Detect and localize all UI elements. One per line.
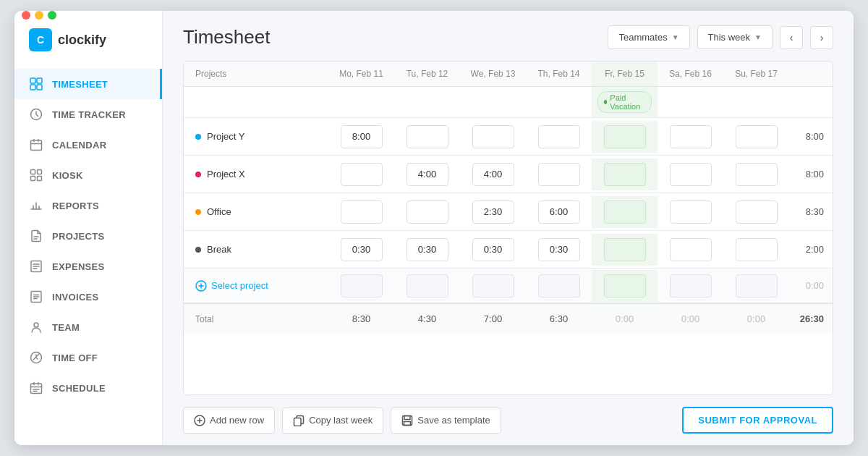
add-new-row-label: Add new row [210, 415, 264, 426]
office-tue [394, 196, 460, 228]
prev-week-button[interactable]: ‹ [780, 26, 803, 49]
bottom-bar: Add new row Copy last week [163, 407, 854, 445]
add-row-icon [194, 415, 205, 426]
project-y-mon-input[interactable] [341, 125, 383, 148]
project-y-thu [526, 121, 592, 153]
this-week-dropdown[interactable]: This week ▼ [697, 25, 773, 49]
select-mon [328, 270, 394, 302]
select-project-label: Select project [211, 280, 268, 291]
break-sat-input[interactable] [670, 238, 712, 261]
table-row-break: Break [184, 231, 833, 269]
sidebar-item-invoices[interactable]: INVOICES [14, 282, 162, 312]
maximize-button[interactable] [48, 11, 56, 20]
table-row-project-y: Project Y [184, 118, 833, 156]
sidebar-item-projects-label: PROJECTS [52, 231, 104, 242]
office-sun-input[interactable] [736, 200, 778, 224]
break-dot [195, 247, 201, 253]
this-week-label: This week [708, 32, 751, 43]
sidebar-item-time-off[interactable]: TIME OFF [14, 342, 162, 373]
sidebar-item-time-off-label: TIME OFF [52, 352, 98, 363]
logo-text: clockify [58, 33, 106, 48]
project-x-mon [328, 159, 394, 190]
col-mon: Mo, Feb 11 [328, 62, 394, 86]
project-y-thu-input[interactable] [538, 125, 580, 148]
save-as-template-button[interactable]: Save as template [391, 408, 501, 434]
sidebar-item-calendar[interactable]: CALENDAR [14, 130, 162, 160]
break-mon-input[interactable] [341, 238, 383, 261]
total-label: Total [184, 307, 328, 332]
break-thu-input[interactable] [538, 238, 580, 261]
office-wed-input[interactable] [472, 200, 514, 224]
project-x-tue-input[interactable] [407, 163, 448, 186]
project-x-sun-input[interactable] [736, 163, 778, 186]
project-x-dot [195, 172, 201, 177]
clock-icon [29, 107, 43, 122]
copy-last-week-button[interactable]: Copy last week [282, 408, 383, 434]
vacation-cell-empty-8 [789, 87, 833, 117]
sidebar-item-expenses[interactable]: EXPENSES [14, 251, 162, 282]
project-x-wed-input[interactable] [472, 163, 514, 186]
col-projects: Projects [184, 62, 328, 86]
submit-for-approval-button[interactable]: SUBMIT FOR APPROVAL [682, 407, 833, 434]
project-y-wed-input[interactable] [472, 125, 514, 148]
sidebar-item-reports[interactable]: REPORTS [14, 190, 162, 221]
close-button[interactable] [22, 11, 30, 20]
office-fri-input[interactable] [604, 200, 646, 224]
minimize-button[interactable] [35, 11, 43, 20]
break-wed-input[interactable] [472, 238, 514, 261]
project-x-sun [723, 159, 789, 190]
office-sat-input[interactable] [670, 200, 712, 224]
office-thu-input[interactable] [538, 200, 580, 224]
select-tue [394, 270, 460, 302]
next-week-button[interactable]: › [810, 26, 833, 49]
project-y-sat [658, 121, 723, 153]
project-y-sat-input[interactable] [670, 125, 712, 148]
project-x-cell: Project X [184, 161, 328, 187]
table-row-office: Office [184, 193, 833, 231]
col-tue: Tu, Feb 12 [394, 62, 460, 86]
svg-rect-8 [31, 177, 35, 181]
project-y-tue-input[interactable] [407, 125, 448, 148]
project-x-thu-input[interactable] [538, 163, 580, 186]
select-project-cell[interactable]: Select project [184, 273, 328, 299]
office-cell: Office [184, 199, 328, 224]
svg-rect-14 [31, 384, 42, 394]
sidebar-item-schedule-label: SCHEDULE [52, 383, 106, 394]
office-tue-input[interactable] [407, 200, 448, 224]
total-sun: 0:00 [723, 306, 789, 332]
break-fri-input[interactable] [604, 238, 646, 261]
this-week-arrow-icon: ▼ [754, 33, 762, 41]
sidebar-item-projects[interactable]: PROJECTS [14, 221, 162, 251]
col-total [789, 62, 833, 86]
project-x-sat-input[interactable] [670, 163, 712, 186]
svg-rect-1 [37, 78, 42, 83]
project-y-dot [195, 134, 201, 140]
add-new-row-button[interactable]: Add new row [183, 408, 275, 434]
break-sun-input[interactable] [736, 238, 778, 261]
break-mon [328, 234, 394, 266]
break-sun [723, 234, 789, 266]
break-wed [460, 234, 526, 266]
col-thu: Th, Feb 14 [526, 62, 592, 86]
office-mon-input[interactable] [341, 200, 383, 224]
vacation-badge-label: Paid Vacation [610, 93, 645, 111]
break-tue-input[interactable] [407, 238, 448, 261]
sidebar-item-team-label: TEAM [52, 322, 80, 333]
vacation-cell-empty-6 [658, 87, 723, 117]
project-x-mon-input[interactable] [341, 163, 383, 186]
sidebar-item-team[interactable]: TEAM [14, 312, 162, 342]
project-y-sun-input[interactable] [736, 125, 778, 148]
project-x-fri-input[interactable] [604, 163, 646, 186]
sidebar-item-schedule[interactable]: SCHEDULE [14, 373, 162, 403]
teammates-dropdown[interactable]: Teammates ▼ [608, 25, 689, 49]
sidebar-item-time-tracker[interactable]: TIME TRACKER [14, 99, 162, 130]
break-total: 2:00 [789, 237, 833, 262]
vacation-cell-empty-1 [184, 87, 328, 117]
office-sat [658, 196, 723, 228]
sidebar-item-kiosk[interactable]: KIOSK [14, 160, 162, 190]
sidebar-item-timesheet[interactable]: TIMESHEET [14, 69, 162, 99]
total-thu: 6:30 [526, 306, 592, 332]
svg-point-12 [34, 323, 38, 327]
project-y-fri-input[interactable] [604, 125, 646, 148]
vacation-badge: Paid Vacation [597, 91, 652, 113]
